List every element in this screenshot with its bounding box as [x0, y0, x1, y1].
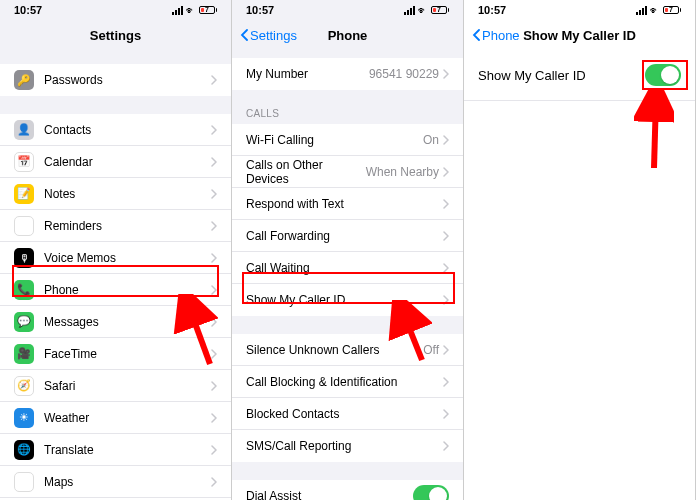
chevron-right-icon: [211, 221, 217, 231]
wifi-icon: ᯤ: [650, 5, 660, 16]
row-silence-unknown-callers[interactable]: Silence Unknown CallersOff: [232, 334, 463, 366]
back-button[interactable]: Phone: [472, 28, 520, 43]
status-time: 10:57: [246, 4, 274, 16]
row-label: Contacts: [44, 123, 211, 137]
wifi-icon: ᯤ: [186, 5, 196, 16]
phone-settings-content[interactable]: My Number 96541 90229 CALLS Wi-Fi Callin…: [232, 50, 463, 500]
dial-assist-toggle[interactable]: [413, 485, 449, 500]
weather-icon: ☀: [14, 408, 34, 428]
show-caller-id-row: Show My Caller ID: [464, 50, 695, 101]
settings-row-safari[interactable]: 🧭Safari: [0, 370, 231, 402]
chevron-right-icon: [211, 157, 217, 167]
calls-section-header: CALLS: [232, 108, 463, 124]
page-title: Show My Caller ID: [523, 28, 636, 43]
chevron-left-icon: [240, 29, 248, 41]
chevron-right-icon: [443, 199, 449, 209]
chevron-right-icon: [211, 445, 217, 455]
passwords-icon: 🔑: [14, 70, 34, 90]
status-indicators: ᯤ 7: [636, 5, 681, 16]
row-label: Messages: [44, 315, 211, 329]
back-label: Phone: [482, 28, 520, 43]
settings-row-passwords[interactable]: 🔑Passwords: [0, 64, 231, 96]
row-calls-on-other-devices[interactable]: Calls on Other DevicesWhen Nearby: [232, 156, 463, 188]
nav-bar: Settings Phone: [232, 20, 463, 50]
settings-row-voice-memos[interactable]: 🎙Voice Memos: [0, 242, 231, 274]
voice-memos-icon: 🎙: [14, 248, 34, 268]
contacts-icon: 👤: [14, 120, 34, 140]
chevron-right-icon: [443, 295, 449, 305]
row-label: Calendar: [44, 155, 211, 169]
battery-icon: 7: [199, 6, 217, 14]
settings-row-phone[interactable]: 📞Phone: [0, 274, 231, 306]
row-wi-fi-calling[interactable]: Wi-Fi CallingOn: [232, 124, 463, 156]
settings-row-reminders[interactable]: ☑Reminders: [0, 210, 231, 242]
row-label: Safari: [44, 379, 211, 393]
row-blocked-contacts[interactable]: Blocked Contacts: [232, 398, 463, 430]
notes-icon: 📝: [14, 184, 34, 204]
status-time: 10:57: [478, 4, 506, 16]
phone-settings-panel: 10:57 ᯤ 7 Settings Phone My Number 96541…: [232, 0, 464, 500]
settings-list[interactable]: 🔑Passwords👤Contacts📅Calendar📝Notes☑Remin…: [0, 50, 231, 500]
chevron-right-icon: [443, 263, 449, 273]
battery-icon: 7: [431, 6, 449, 14]
row-sms-call-reporting[interactable]: SMS/Call Reporting: [232, 430, 463, 462]
row-call-blocking-identification[interactable]: Call Blocking & Identification: [232, 366, 463, 398]
signal-icon: [172, 6, 183, 15]
show-caller-id-toggle[interactable]: [645, 64, 681, 86]
chevron-right-icon: [443, 135, 449, 145]
chevron-right-icon: [211, 477, 217, 487]
row-label: FaceTime: [44, 347, 211, 361]
wifi-icon: ᯤ: [418, 5, 428, 16]
nav-bar: Phone Show My Caller ID: [464, 20, 695, 50]
settings-row-weather[interactable]: ☀Weather: [0, 402, 231, 434]
row-call-forwarding[interactable]: Call Forwarding: [232, 220, 463, 252]
settings-row-notes[interactable]: 📝Notes: [0, 178, 231, 210]
caller-id-panel: 10:57 ᯤ 7 Phone Show My Caller ID Show M…: [464, 0, 696, 500]
facetime-icon: 🎥: [14, 344, 34, 364]
phone-icon: 📞: [14, 280, 34, 300]
row-label: Show My Caller ID: [246, 293, 443, 307]
row-label: Maps: [44, 475, 211, 489]
settings-row-facetime[interactable]: 🎥FaceTime: [0, 338, 231, 370]
dial-assist-row[interactable]: Dial Assist: [232, 480, 463, 500]
my-number-row[interactable]: My Number 96541 90229: [232, 58, 463, 90]
back-label: Settings: [250, 28, 297, 43]
row-label: Notes: [44, 187, 211, 201]
status-time: 10:57: [14, 4, 42, 16]
row-label: Calls on Other Devices: [246, 158, 366, 186]
row-label: Voice Memos: [44, 251, 211, 265]
my-number-value: 96541 90229: [369, 67, 439, 81]
settings-row-messages[interactable]: 💬Messages: [0, 306, 231, 338]
row-label: Phone: [44, 283, 211, 297]
maps-icon: 🗺: [14, 472, 34, 492]
calendar-icon: 📅: [14, 152, 34, 172]
row-respond-with-text[interactable]: Respond with Text: [232, 188, 463, 220]
caller-id-content: Show My Caller ID: [464, 50, 695, 500]
settings-row-translate[interactable]: 🌐Translate: [0, 434, 231, 466]
chevron-right-icon: [211, 253, 217, 263]
chevron-right-icon: [211, 75, 217, 85]
status-bar: 10:57 ᯤ 7: [232, 0, 463, 20]
settings-row-calendar[interactable]: 📅Calendar: [0, 146, 231, 178]
row-call-waiting[interactable]: Call Waiting: [232, 252, 463, 284]
chevron-right-icon: [211, 349, 217, 359]
row-label: Silence Unknown Callers: [246, 343, 423, 357]
back-button[interactable]: Settings: [240, 28, 297, 43]
status-indicators: ᯤ 7: [172, 5, 217, 16]
status-bar: 10:57 ᯤ 7: [0, 0, 231, 20]
row-label: Blocked Contacts: [246, 407, 443, 421]
translate-icon: 🌐: [14, 440, 34, 460]
chevron-right-icon: [443, 231, 449, 241]
settings-row-maps[interactable]: 🗺Maps: [0, 466, 231, 498]
chevron-right-icon: [443, 377, 449, 387]
row-label: SMS/Call Reporting: [246, 439, 443, 453]
chevron-right-icon: [443, 345, 449, 355]
row-label: Call Blocking & Identification: [246, 375, 443, 389]
row-value: When Nearby: [366, 165, 439, 179]
messages-icon: 💬: [14, 312, 34, 332]
reminders-icon: ☑: [14, 216, 34, 236]
chevron-right-icon: [443, 167, 449, 177]
signal-icon: [636, 6, 647, 15]
settings-row-contacts[interactable]: 👤Contacts: [0, 114, 231, 146]
row-show-my-caller-id[interactable]: Show My Caller ID: [232, 284, 463, 316]
